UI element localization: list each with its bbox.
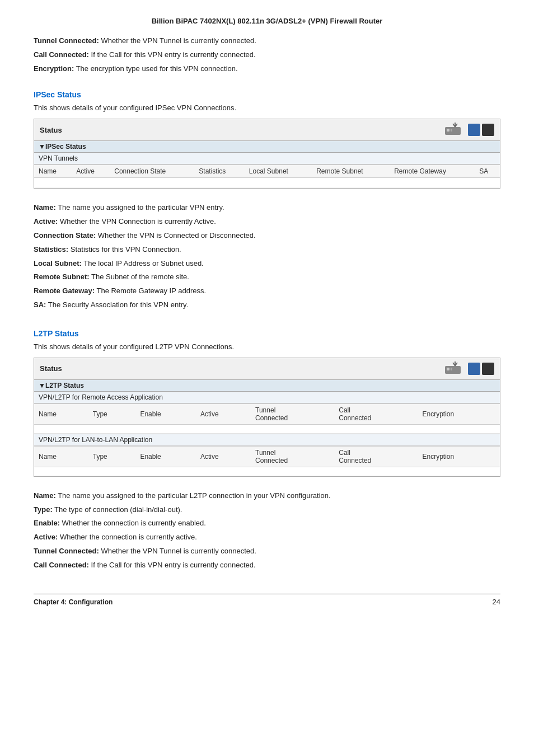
ipsec-panel-title: Status — [40, 126, 62, 134]
ipsec-col-local-subnet: Local Subnet — [245, 165, 312, 178]
l2tp-desc-name: Name: The name you assigned to the parti… — [34, 490, 500, 502]
svg-rect-8 — [451, 368, 452, 370]
l2tp-lan-col-tunnel: TunnelConnected — [251, 446, 334, 467]
l2tp-status-panel: Status ▼L2TP Status VPN/L2TP for Remote … — [34, 358, 500, 477]
l2tp-remote-col-encryption: Encryption — [418, 403, 500, 424]
ipsec-desc-remote-subnet: Remote Subnet: The Subnet of the remote … — [34, 271, 500, 283]
intro-text-tunnel: Whether the VPN Tunnel is currently conn… — [101, 36, 256, 45]
l2tp-lan-header-row: Name Type Enable Active TunnelConnected … — [34, 446, 500, 467]
ipsec-desc-remote-gateway: Remote Gateway: The Remote Gateway IP ad… — [34, 285, 500, 297]
ipsec-panel-header: Status — [34, 119, 500, 141]
ipsec-col-remote-gateway: Remote Gateway — [390, 165, 475, 178]
l2tp-remote-col-type: Type — [88, 403, 136, 424]
ipsec-empty-row — [34, 178, 500, 188]
ipsec-panel-icons — [445, 123, 494, 137]
ipsec-col-remote-subnet: Remote Subnet — [312, 165, 390, 178]
l2tp-lan-col-active: Active — [196, 446, 251, 467]
l2tp-lan-col-name: Name — [34, 446, 88, 467]
l2tp-remote-table: Name Type Enable Active TunnelConnected … — [34, 403, 500, 434]
dark-square-icon — [482, 124, 494, 136]
l2tp-lan-empty-row — [34, 467, 500, 476]
l2tp-section-label: ▼L2TP Status — [34, 380, 500, 392]
footer-chapter: Chapter 4: Configuration — [34, 598, 113, 606]
intro-desc-encryption: Encryption: The encryption type used for… — [34, 63, 500, 75]
ipsec-section-title: IPSec Status — [34, 90, 500, 99]
ipsec-col-connection-state: Connection State — [110, 165, 194, 178]
ipsec-desc-sa: SA: The Security Association for this VP… — [34, 299, 500, 311]
l2tp-remote-col-tunnel: TunnelConnected — [251, 403, 334, 424]
l2tp-remote-col-enable: Enable — [135, 403, 196, 424]
ipsec-col-name: Name — [34, 165, 72, 178]
l2tp-remote-subsection-label: VPN/L2TP for Remote Access Application — [34, 392, 500, 403]
intro-desc-call: Call Connected: If the Call for this VPN… — [34, 49, 500, 61]
l2tp-remote-empty-row — [34, 424, 500, 433]
intro-label-call: Call Connected: — [34, 50, 89, 59]
l2tp-panel-header: Status — [34, 358, 500, 380]
l2tp-desc-tunnel-connected: Tunnel Connected: Whether the VPN Tunnel… — [34, 546, 500, 557]
l2tp-lan-table: Name Type Enable Active TunnelConnected … — [34, 446, 500, 476]
l2tp-remote-header-row: Name Type Enable Active TunnelConnected … — [34, 403, 500, 424]
l2tp-lan-col-type: Type — [88, 446, 136, 467]
l2tp-description-block: Name: The name you assigned to the parti… — [34, 490, 500, 571]
ipsec-status-panel: Status ▼IPSec Status VPN Tunnels Name Ac… — [34, 119, 500, 189]
intro-desc-tunnel: Tunnel Connected: Whether the VPN Tunnel… — [34, 35, 500, 47]
footer-page: 24 — [493, 598, 500, 606]
ipsec-col-statistics: Statistics — [194, 165, 245, 178]
ipsec-desc-connection-state: Connection State: Whether the VPN is Con… — [34, 230, 500, 242]
l2tp-panel-icons — [445, 361, 494, 376]
page-footer: Chapter 4: Configuration 24 — [34, 594, 500, 606]
l2tp-section-title: L2TP Status — [34, 329, 500, 338]
ipsec-description-block: Name: The name you assigned to the parti… — [34, 202, 500, 311]
l2tp-remote-col-active: Active — [196, 403, 251, 424]
ipsec-section-label: ▼IPSec Status — [34, 141, 500, 153]
ipsec-desc-active: Active: Whether the VPN Connection is cu… — [34, 216, 500, 228]
svg-rect-7 — [447, 368, 449, 370]
router-icon — [445, 123, 466, 137]
l2tp-dark-square-icon — [482, 363, 494, 375]
l2tp-remote-col-name: Name — [34, 403, 88, 424]
blue-square-icon — [468, 124, 480, 136]
svg-rect-1 — [447, 129, 449, 132]
header-title: Billion BiPAC 7402NX(L) 802.11n 3G/ADSL2… — [152, 17, 383, 25]
ipsec-intro: This shows details of your configured IP… — [34, 104, 500, 112]
intro-description-block: Tunnel Connected: Whether the VPN Tunnel… — [34, 35, 500, 74]
svg-rect-2 — [451, 129, 452, 132]
l2tp-lan-col-call: CallConnected — [334, 446, 418, 467]
l2tp-blue-square-icon — [468, 363, 480, 375]
l2tp-desc-call-connected: Call Connected: If the Call for this VPN… — [34, 560, 500, 571]
page-header: Billion BiPAC 7402NX(L) 802.11n 3G/ADSL2… — [34, 17, 500, 25]
l2tp-desc-enable: Enable: Whether the connection is curren… — [34, 518, 500, 529]
l2tp-lan-subsection-label: VPN/L2TP for LAN-to-LAN Application — [34, 434, 500, 446]
ipsec-table-header-row: Name Active Connection State Statistics … — [34, 165, 500, 178]
intro-label-tunnel: Tunnel Connected: — [34, 36, 99, 45]
l2tp-router-icon — [445, 361, 466, 376]
ipsec-table: Name Active Connection State Statistics … — [34, 165, 500, 188]
l2tp-desc-active: Active: Whether the connection is curren… — [34, 532, 500, 543]
l2tp-lan-col-enable: Enable — [135, 446, 196, 467]
ipsec-col-sa: SA — [475, 165, 500, 178]
ipsec-desc-local-subnet: Local Subnet: The local IP Address or Su… — [34, 258, 500, 270]
ipsec-desc-statistics: Statistics: Statistics for this VPN Conn… — [34, 244, 500, 256]
l2tp-intro: This shows details of your configured L2… — [34, 342, 500, 351]
l2tp-lan-col-encryption: Encryption — [418, 446, 500, 467]
ipsec-subsection-label: VPN Tunnels — [34, 153, 500, 165]
intro-text-encryption: The encryption type used for this VPN co… — [76, 64, 238, 73]
intro-text-call: If the Call for this VPN entry is curren… — [91, 50, 256, 59]
intro-label-encryption: Encryption: — [34, 64, 74, 73]
ipsec-desc-name: Name: The name you assigned to the parti… — [34, 202, 500, 214]
l2tp-desc-type: Type: The type of connection (dial-in/di… — [34, 504, 500, 516]
ipsec-col-active: Active — [72, 165, 110, 178]
l2tp-remote-col-call: CallConnected — [334, 403, 418, 424]
l2tp-panel-title: Status — [40, 364, 62, 373]
